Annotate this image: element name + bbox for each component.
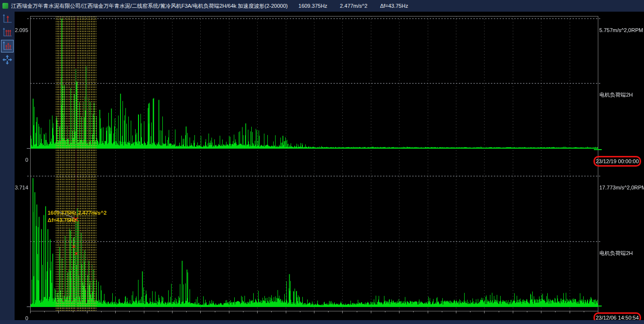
top-chart-ymax-label: 2.095 xyxy=(15,27,28,34)
cursor-annotation-value: 1609.375Hz,2.477m/s^2 xyxy=(48,210,106,216)
left-toolbar xyxy=(0,12,15,324)
top-chart-channel-label[interactable]: 电机负荷端2H xyxy=(599,92,633,98)
pan-button[interactable] xyxy=(1,53,14,66)
app-icon xyxy=(2,3,8,9)
chart-area: 2.095 0 3.714 0 5.757m/s^2,0RPM 电机负荷端2H … xyxy=(15,12,644,324)
measurement-path: 江西瑞金万年青水泥有限公司/江西瑞金万年青水泥/二线窑系统/篦冷风机F3A/电机… xyxy=(11,2,288,10)
spectrum-analyzer-window: 江西瑞金万年青水泥有限公司/江西瑞金万年青水泥/二线窑系统/篦冷风机F3A/电机… xyxy=(0,0,644,324)
harmonic-cursor-icon xyxy=(2,27,13,38)
cursor-annotation-delta: Δf=43.75Hz xyxy=(48,217,76,223)
sideband-cursor-icon xyxy=(2,41,13,51)
pan-icon xyxy=(2,54,13,65)
title-bar: 江西瑞金万年青水泥有限公司/江西瑞金万年青水泥/二线窑系统/篦冷风机F3A/电机… xyxy=(0,0,644,12)
cursor-amplitude-readout: 2.477m/s^2 xyxy=(340,3,367,9)
bottom-chart-fullscale-label: 17.773m/s^2,0RPM xyxy=(599,185,644,191)
cursor-frequency-readout: 1609.375Hz xyxy=(298,3,327,9)
single-cursor-icon xyxy=(2,14,13,24)
cursor-delta-readout: Δf=43.75Hz xyxy=(380,3,408,9)
top-chart-fullscale-label: 5.757m/s^2,0RPM xyxy=(599,27,643,34)
bottom-chart-channel-label[interactable]: 电机负荷端2H xyxy=(599,250,633,256)
single-cursor-button[interactable] xyxy=(1,13,14,25)
top-trace-timestamp-box[interactable]: 23/12/19 00:00:00 xyxy=(593,156,641,167)
top-trace-timestamp: 23/12/19 00:00:00 xyxy=(596,158,639,164)
harmonic-cursor-button[interactable] xyxy=(1,26,14,39)
spectrum-canvas[interactable] xyxy=(15,12,644,324)
bottom-chart-ymax-label: 3.714 xyxy=(15,185,28,191)
sideband-cursor-button[interactable] xyxy=(1,40,14,52)
top-chart-yzero-label: 0 xyxy=(15,157,28,163)
bottom-strip xyxy=(0,320,644,324)
